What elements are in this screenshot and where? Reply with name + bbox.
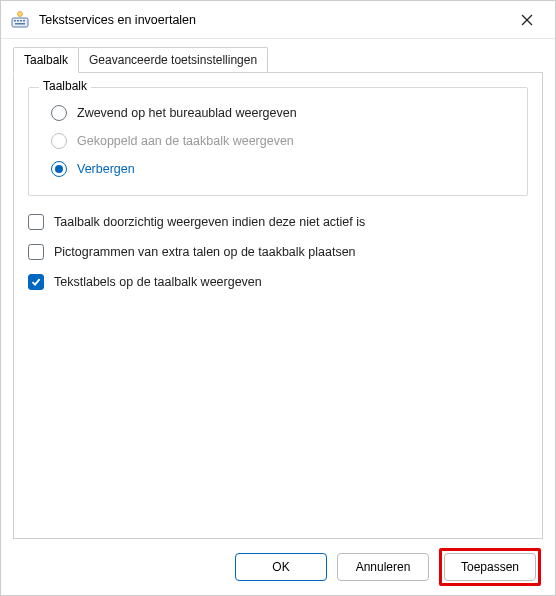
check-row-extra-icons[interactable]: Pictogrammen van extra talen op de taakb… [28,244,528,260]
radio-label: Gekoppeld aan de taakbalk weergeven [77,134,294,148]
checkbox-transparent[interactable] [28,214,44,230]
checkbox-text-labels[interactable] [28,274,44,290]
radio-row-floating[interactable]: Zwevend op het bureaublad weergeven [51,105,513,121]
tab-strip: Taalbalk Geavanceerde toetsinstellingen [13,47,543,73]
svg-rect-3 [20,20,22,22]
button-label: Annuleren [356,560,411,574]
svg-rect-0 [12,18,28,27]
checkbox-label: Pictogrammen van extra talen op de taakb… [54,245,356,259]
apply-button[interactable]: Toepassen [444,553,536,581]
radio-row-hidden[interactable]: Verbergen [51,161,513,177]
close-icon [521,14,533,26]
titlebar: Tekstservices en invoertalen [1,1,555,39]
svg-rect-2 [17,20,19,22]
svg-rect-5 [15,23,25,25]
checkbox-extra-icons[interactable] [28,244,44,260]
tab-advanced-key-settings[interactable]: Geavanceerde toetsinstellingen [78,47,268,73]
svg-rect-4 [23,20,25,22]
radio-label: Zwevend op het bureaublad weergeven [77,106,297,120]
button-label: Toepassen [461,560,519,574]
tab-label: Geavanceerde toetsinstellingen [89,53,257,67]
radio-row-docked: Gekoppeld aan de taakbalk weergeven [51,133,513,149]
radio-docked [51,133,67,149]
checkbox-label: Taalbalk doorzichtig weergeven indien de… [54,215,365,229]
window-title: Tekstservices en invoertalen [39,13,507,27]
button-label: OK [272,560,289,574]
dialog-button-row: OK Annuleren Toepassen [1,539,555,595]
content-area: Taalbalk Geavanceerde toetsinstellingen … [1,39,555,539]
dialog-window: Tekstservices en invoertalen Taalbalk Ge… [0,0,556,596]
close-button[interactable] [507,5,547,35]
check-icon [31,277,41,287]
apply-highlight: Toepassen [439,548,541,586]
radio-hidden[interactable] [51,161,67,177]
radio-label: Verbergen [77,162,135,176]
svg-rect-1 [14,20,16,22]
groupbox-legend: Taalbalk [39,79,91,93]
svg-point-6 [18,11,23,16]
check-row-text-labels[interactable]: Tekstlabels op de taalbalk weergeven [28,274,528,290]
ok-button[interactable]: OK [235,553,327,581]
tab-label: Taalbalk [24,53,68,67]
check-row-transparent[interactable]: Taalbalk doorzichtig weergeven indien de… [28,214,528,230]
tab-taalbalk[interactable]: Taalbalk [13,47,79,73]
tab-panel: Taalbalk Zwevend op het bureaublad weerg… [13,72,543,539]
cancel-button[interactable]: Annuleren [337,553,429,581]
groupbox-taalbalk: Taalbalk Zwevend op het bureaublad weerg… [28,87,528,196]
keyboard-layout-icon [11,11,29,29]
checkbox-label: Tekstlabels op de taalbalk weergeven [54,275,262,289]
radio-floating[interactable] [51,105,67,121]
